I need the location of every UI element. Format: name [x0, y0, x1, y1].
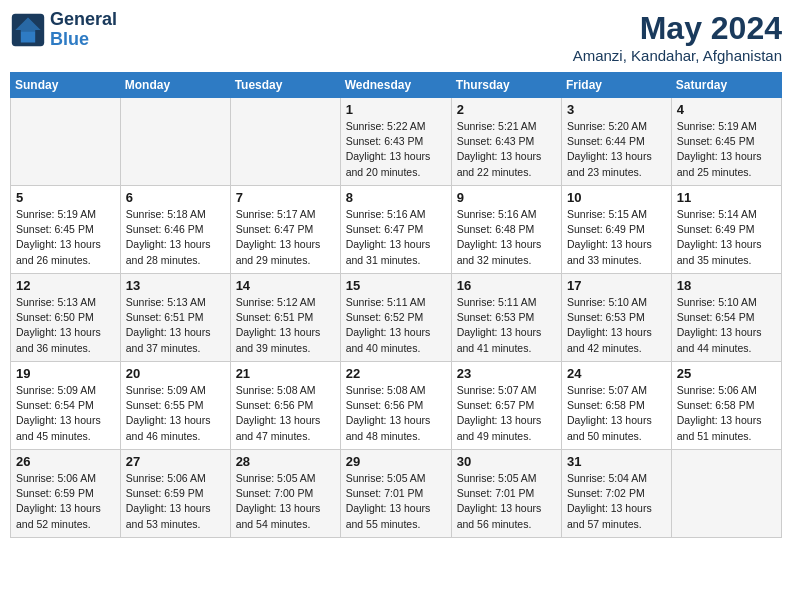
calendar-cell [120, 98, 230, 186]
logo-line2: Blue [50, 30, 117, 50]
calendar-cell: 23Sunrise: 5:07 AMSunset: 6:57 PMDayligh… [451, 362, 561, 450]
header-day-tuesday: Tuesday [230, 73, 340, 98]
calendar-cell: 5Sunrise: 5:19 AMSunset: 6:45 PMDaylight… [11, 186, 121, 274]
header-day-saturday: Saturday [671, 73, 781, 98]
day-number: 31 [567, 454, 666, 469]
calendar-cell: 3Sunrise: 5:20 AMSunset: 6:44 PMDaylight… [562, 98, 672, 186]
day-number: 6 [126, 190, 225, 205]
calendar-cell: 31Sunrise: 5:04 AMSunset: 7:02 PMDayligh… [562, 450, 672, 538]
calendar-cell: 17Sunrise: 5:10 AMSunset: 6:53 PMDayligh… [562, 274, 672, 362]
day-number: 19 [16, 366, 115, 381]
logo-line1: General [50, 10, 117, 30]
calendar-cell: 6Sunrise: 5:18 AMSunset: 6:46 PMDaylight… [120, 186, 230, 274]
calendar-cell: 13Sunrise: 5:13 AMSunset: 6:51 PMDayligh… [120, 274, 230, 362]
day-number: 10 [567, 190, 666, 205]
calendar-cell: 19Sunrise: 5:09 AMSunset: 6:54 PMDayligh… [11, 362, 121, 450]
calendar-cell: 4Sunrise: 5:19 AMSunset: 6:45 PMDaylight… [671, 98, 781, 186]
page-header: General Blue May 2024 Amanzi, Kandahar, … [10, 10, 782, 64]
day-number: 21 [236, 366, 335, 381]
day-info: Sunrise: 5:09 AMSunset: 6:55 PMDaylight:… [126, 383, 225, 444]
week-row-4: 19Sunrise: 5:09 AMSunset: 6:54 PMDayligh… [11, 362, 782, 450]
day-info: Sunrise: 5:04 AMSunset: 7:02 PMDaylight:… [567, 471, 666, 532]
day-number: 18 [677, 278, 776, 293]
day-info: Sunrise: 5:20 AMSunset: 6:44 PMDaylight:… [567, 119, 666, 180]
day-info: Sunrise: 5:22 AMSunset: 6:43 PMDaylight:… [346, 119, 446, 180]
calendar-cell: 27Sunrise: 5:06 AMSunset: 6:59 PMDayligh… [120, 450, 230, 538]
header-day-sunday: Sunday [11, 73, 121, 98]
day-info: Sunrise: 5:18 AMSunset: 6:46 PMDaylight:… [126, 207, 225, 268]
day-number: 7 [236, 190, 335, 205]
title-block: May 2024 Amanzi, Kandahar, Afghanistan [573, 10, 782, 64]
day-number: 27 [126, 454, 225, 469]
day-info: Sunrise: 5:08 AMSunset: 6:56 PMDaylight:… [236, 383, 335, 444]
day-info: Sunrise: 5:13 AMSunset: 6:50 PMDaylight:… [16, 295, 115, 356]
day-info: Sunrise: 5:17 AMSunset: 6:47 PMDaylight:… [236, 207, 335, 268]
day-number: 22 [346, 366, 446, 381]
day-number: 14 [236, 278, 335, 293]
week-row-5: 26Sunrise: 5:06 AMSunset: 6:59 PMDayligh… [11, 450, 782, 538]
day-info: Sunrise: 5:21 AMSunset: 6:43 PMDaylight:… [457, 119, 556, 180]
day-info: Sunrise: 5:12 AMSunset: 6:51 PMDaylight:… [236, 295, 335, 356]
header-day-monday: Monday [120, 73, 230, 98]
header-day-wednesday: Wednesday [340, 73, 451, 98]
day-number: 12 [16, 278, 115, 293]
logo-icon [10, 12, 46, 48]
day-info: Sunrise: 5:16 AMSunset: 6:48 PMDaylight:… [457, 207, 556, 268]
calendar-cell: 21Sunrise: 5:08 AMSunset: 6:56 PMDayligh… [230, 362, 340, 450]
week-row-2: 5Sunrise: 5:19 AMSunset: 6:45 PMDaylight… [11, 186, 782, 274]
day-number: 5 [16, 190, 115, 205]
day-info: Sunrise: 5:13 AMSunset: 6:51 PMDaylight:… [126, 295, 225, 356]
day-info: Sunrise: 5:15 AMSunset: 6:49 PMDaylight:… [567, 207, 666, 268]
calendar-cell: 18Sunrise: 5:10 AMSunset: 6:54 PMDayligh… [671, 274, 781, 362]
day-number: 24 [567, 366, 666, 381]
day-info: Sunrise: 5:05 AMSunset: 7:01 PMDaylight:… [346, 471, 446, 532]
day-info: Sunrise: 5:11 AMSunset: 6:53 PMDaylight:… [457, 295, 556, 356]
calendar-cell: 1Sunrise: 5:22 AMSunset: 6:43 PMDaylight… [340, 98, 451, 186]
day-info: Sunrise: 5:06 AMSunset: 6:59 PMDaylight:… [16, 471, 115, 532]
calendar-cell: 10Sunrise: 5:15 AMSunset: 6:49 PMDayligh… [562, 186, 672, 274]
calendar-cell: 20Sunrise: 5:09 AMSunset: 6:55 PMDayligh… [120, 362, 230, 450]
calendar-cell: 7Sunrise: 5:17 AMSunset: 6:47 PMDaylight… [230, 186, 340, 274]
day-info: Sunrise: 5:09 AMSunset: 6:54 PMDaylight:… [16, 383, 115, 444]
day-number: 4 [677, 102, 776, 117]
calendar-cell: 16Sunrise: 5:11 AMSunset: 6:53 PMDayligh… [451, 274, 561, 362]
calendar-cell [230, 98, 340, 186]
header-row: SundayMondayTuesdayWednesdayThursdayFrid… [11, 73, 782, 98]
day-number: 20 [126, 366, 225, 381]
day-info: Sunrise: 5:06 AMSunset: 6:59 PMDaylight:… [126, 471, 225, 532]
calendar-cell: 14Sunrise: 5:12 AMSunset: 6:51 PMDayligh… [230, 274, 340, 362]
week-row-1: 1Sunrise: 5:22 AMSunset: 6:43 PMDaylight… [11, 98, 782, 186]
logo: General Blue [10, 10, 117, 50]
location: Amanzi, Kandahar, Afghanistan [573, 47, 782, 64]
week-row-3: 12Sunrise: 5:13 AMSunset: 6:50 PMDayligh… [11, 274, 782, 362]
calendar-cell: 15Sunrise: 5:11 AMSunset: 6:52 PMDayligh… [340, 274, 451, 362]
calendar-cell: 28Sunrise: 5:05 AMSunset: 7:00 PMDayligh… [230, 450, 340, 538]
day-number: 1 [346, 102, 446, 117]
calendar-cell: 22Sunrise: 5:08 AMSunset: 6:56 PMDayligh… [340, 362, 451, 450]
day-info: Sunrise: 5:10 AMSunset: 6:54 PMDaylight:… [677, 295, 776, 356]
day-info: Sunrise: 5:05 AMSunset: 7:00 PMDaylight:… [236, 471, 335, 532]
calendar-cell [671, 450, 781, 538]
calendar-cell [11, 98, 121, 186]
day-number: 28 [236, 454, 335, 469]
month-year: May 2024 [573, 10, 782, 47]
day-number: 29 [346, 454, 446, 469]
day-info: Sunrise: 5:11 AMSunset: 6:52 PMDaylight:… [346, 295, 446, 356]
day-number: 3 [567, 102, 666, 117]
calendar-cell: 25Sunrise: 5:06 AMSunset: 6:58 PMDayligh… [671, 362, 781, 450]
day-info: Sunrise: 5:19 AMSunset: 6:45 PMDaylight:… [677, 119, 776, 180]
day-info: Sunrise: 5:14 AMSunset: 6:49 PMDaylight:… [677, 207, 776, 268]
day-info: Sunrise: 5:10 AMSunset: 6:53 PMDaylight:… [567, 295, 666, 356]
calendar-cell: 12Sunrise: 5:13 AMSunset: 6:50 PMDayligh… [11, 274, 121, 362]
calendar-cell: 2Sunrise: 5:21 AMSunset: 6:43 PMDaylight… [451, 98, 561, 186]
day-number: 17 [567, 278, 666, 293]
day-number: 13 [126, 278, 225, 293]
day-number: 23 [457, 366, 556, 381]
day-info: Sunrise: 5:05 AMSunset: 7:01 PMDaylight:… [457, 471, 556, 532]
day-number: 2 [457, 102, 556, 117]
day-number: 26 [16, 454, 115, 469]
day-number: 8 [346, 190, 446, 205]
calendar-cell: 11Sunrise: 5:14 AMSunset: 6:49 PMDayligh… [671, 186, 781, 274]
day-number: 25 [677, 366, 776, 381]
calendar-header: SundayMondayTuesdayWednesdayThursdayFrid… [11, 73, 782, 98]
